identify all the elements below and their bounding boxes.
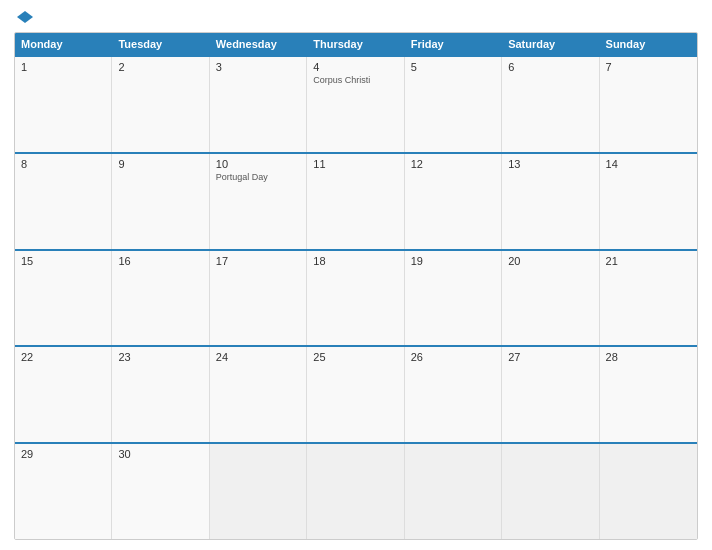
- calendar-cell: 26: [405, 347, 502, 442]
- calendar-cell: 17: [210, 251, 307, 346]
- day-number: 29: [21, 448, 105, 460]
- day-number: 18: [313, 255, 397, 267]
- calendar-cell: 9: [112, 154, 209, 249]
- svg-marker-0: [17, 11, 33, 23]
- day-event: Portugal Day: [216, 172, 300, 184]
- calendar-cell: 20: [502, 251, 599, 346]
- day-number: 13: [508, 158, 592, 170]
- calendar-cell: 5: [405, 57, 502, 152]
- calendar-cell: [600, 444, 697, 539]
- calendar-cell: 1: [15, 57, 112, 152]
- calendar-cell: 8: [15, 154, 112, 249]
- calendar-cell: 7: [600, 57, 697, 152]
- calendar-cell: 23: [112, 347, 209, 442]
- day-number: 19: [411, 255, 495, 267]
- day-number: 12: [411, 158, 495, 170]
- day-number: 21: [606, 255, 691, 267]
- day-number: 4: [313, 61, 397, 73]
- calendar-cell: [210, 444, 307, 539]
- day-number: 11: [313, 158, 397, 170]
- calendar-cell: 19: [405, 251, 502, 346]
- calendar-cell: 14: [600, 154, 697, 249]
- calendar-cell: 11: [307, 154, 404, 249]
- day-number: 14: [606, 158, 691, 170]
- calendar-week-3: 15161718192021: [15, 249, 697, 346]
- calendar-cell: 16: [112, 251, 209, 346]
- day-number: 3: [216, 61, 300, 73]
- calendar-header: MondayTuesdayWednesdayThursdayFridaySatu…: [15, 33, 697, 55]
- day-number: 7: [606, 61, 691, 73]
- day-number: 9: [118, 158, 202, 170]
- calendar-cell: 22: [15, 347, 112, 442]
- page-header: [14, 10, 698, 24]
- calendar-cell: 15: [15, 251, 112, 346]
- calendar-cell: 21: [600, 251, 697, 346]
- calendar-week-1: 1234Corpus Christi567: [15, 55, 697, 152]
- calendar-cell: 13: [502, 154, 599, 249]
- calendar-cell: 2: [112, 57, 209, 152]
- weekday-header-wednesday: Wednesday: [210, 33, 307, 55]
- day-number: 24: [216, 351, 300, 363]
- weekday-header-monday: Monday: [15, 33, 112, 55]
- calendar-page: MondayTuesdayWednesdayThursdayFridaySatu…: [0, 0, 712, 550]
- calendar-cell: 6: [502, 57, 599, 152]
- day-number: 30: [118, 448, 202, 460]
- calendar-grid: MondayTuesdayWednesdayThursdayFridaySatu…: [14, 32, 698, 540]
- calendar-cell: 25: [307, 347, 404, 442]
- day-number: 22: [21, 351, 105, 363]
- day-number: 17: [216, 255, 300, 267]
- weekday-header-friday: Friday: [405, 33, 502, 55]
- logo-flag-icon: [16, 10, 34, 24]
- calendar-cell: 27: [502, 347, 599, 442]
- calendar-cell: 30: [112, 444, 209, 539]
- weekday-header-saturday: Saturday: [502, 33, 599, 55]
- day-number: 15: [21, 255, 105, 267]
- calendar-cell: 24: [210, 347, 307, 442]
- day-number: 25: [313, 351, 397, 363]
- day-number: 16: [118, 255, 202, 267]
- calendar-cell: 29: [15, 444, 112, 539]
- day-number: 8: [21, 158, 105, 170]
- weekday-header-sunday: Sunday: [600, 33, 697, 55]
- calendar-cell: 10Portugal Day: [210, 154, 307, 249]
- calendar-week-4: 22232425262728: [15, 345, 697, 442]
- weekday-header-thursday: Thursday: [307, 33, 404, 55]
- day-number: 28: [606, 351, 691, 363]
- calendar-cell: [405, 444, 502, 539]
- day-number: 20: [508, 255, 592, 267]
- calendar-cell: 4Corpus Christi: [307, 57, 404, 152]
- calendar-cell: [307, 444, 404, 539]
- weekday-header-tuesday: Tuesday: [112, 33, 209, 55]
- day-event: Corpus Christi: [313, 75, 397, 87]
- day-number: 2: [118, 61, 202, 73]
- calendar-week-5: 2930: [15, 442, 697, 539]
- calendar-cell: 28: [600, 347, 697, 442]
- logo: [14, 10, 34, 24]
- calendar-cell: 3: [210, 57, 307, 152]
- calendar-body: 1234Corpus Christi5678910Portugal Day111…: [15, 55, 697, 539]
- calendar-cell: 18: [307, 251, 404, 346]
- day-number: 5: [411, 61, 495, 73]
- day-number: 1: [21, 61, 105, 73]
- calendar-cell: 12: [405, 154, 502, 249]
- day-number: 27: [508, 351, 592, 363]
- calendar-week-2: 8910Portugal Day11121314: [15, 152, 697, 249]
- calendar-cell: [502, 444, 599, 539]
- day-number: 6: [508, 61, 592, 73]
- day-number: 23: [118, 351, 202, 363]
- day-number: 10: [216, 158, 300, 170]
- day-number: 26: [411, 351, 495, 363]
